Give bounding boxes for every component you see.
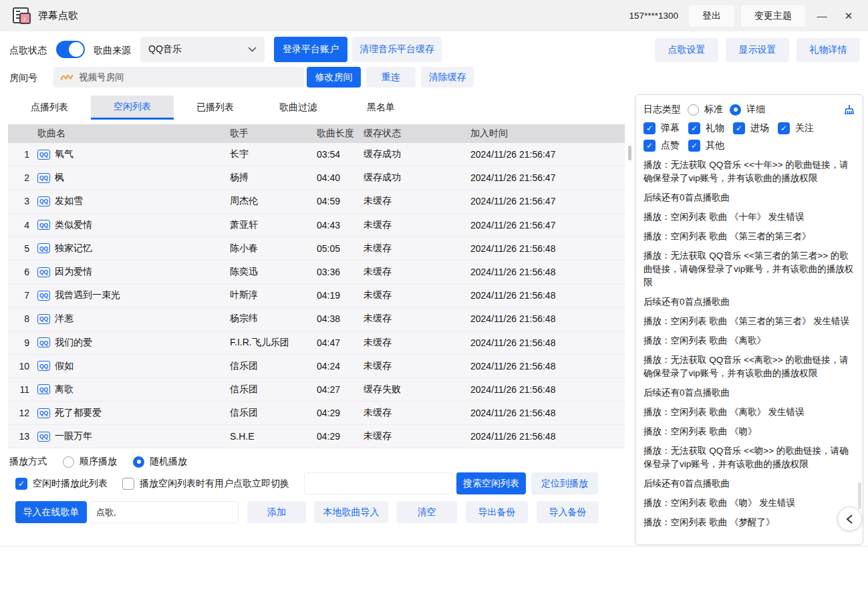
- titlebar: ♪ 弹幕点歌 157****1300 登出 变更主题 — ✕: [0, 0, 868, 31]
- log-filter-checkbox[interactable]: ✓关注: [778, 122, 814, 134]
- log-entry: 播放：空闲列表 歌曲 《离歌》: [643, 334, 855, 347]
- row-index: 9: [8, 337, 37, 348]
- log-filter-checkbox[interactable]: ✓点赞: [643, 140, 680, 152]
- column-header: 歌手: [226, 128, 313, 140]
- song-settings-button[interactable]: 点歌设置: [655, 38, 718, 62]
- table-row[interactable]: 12QQ死了都要爱信乐团04:29未缓存2024/11/26 21:56:48: [8, 402, 625, 425]
- radio-icon-selected[interactable]: [133, 456, 144, 468]
- svg-text:♪: ♪: [23, 15, 26, 23]
- log-filter-checkbox[interactable]: ✓弹幕: [643, 122, 680, 134]
- table-row[interactable]: 8QQ洋葱杨宗纬04:38未缓存2024/11/26 21:56:48: [8, 307, 625, 331]
- checkbox-icon[interactable]: ✓: [643, 140, 656, 152]
- locate-playing-button[interactable]: 定位到播放: [531, 472, 598, 494]
- checkbox-icon[interactable]: ✓: [733, 122, 745, 134]
- radio-random[interactable]: 随机播放: [133, 456, 187, 468]
- clear-cache-button[interactable]: 清除缓存: [421, 67, 474, 88]
- table-row[interactable]: 7QQ我曾遇到一束光叶斯淳04:19未缓存2024/11/26 21:56:48: [8, 284, 625, 307]
- radio-log-detailed[interactable]: 详细: [730, 104, 765, 116]
- qq-music-icon: QQ: [37, 243, 50, 253]
- song-duration: 04:59: [313, 196, 359, 206]
- song-name-cell: QQ独家记忆: [37, 243, 226, 255]
- song-request-toggle[interactable]: [56, 41, 85, 58]
- tab-idle-list[interactable]: 空闲列表: [91, 96, 174, 120]
- idle-play-checkbox[interactable]: ✓ 空闲时播放此列表: [15, 478, 108, 490]
- import-online-playlist-button[interactable]: 导入在线歌单: [15, 501, 87, 523]
- song-artist: 陈奕迅: [226, 266, 313, 278]
- table-row[interactable]: 13QQ一眼万年S.H.E04:29未缓存2024/11/26 21:56:48: [8, 425, 625, 448]
- music-source-value: QQ音乐: [148, 43, 182, 55]
- idle-search-input[interactable]: [304, 472, 452, 494]
- log-filter-checkbox[interactable]: ✓礼物: [688, 122, 724, 134]
- added-time: 2024/11/26 21:56:47: [466, 149, 625, 160]
- room-input[interactable]: 视频号房间: [53, 67, 304, 88]
- radio-sequential[interactable]: 顺序播放: [63, 456, 117, 468]
- table-row[interactable]: 9QQ我们的爱F.I.R.飞儿乐团04:47未缓存2024/11/26 21:5…: [8, 331, 625, 355]
- radio-icon[interactable]: [63, 456, 74, 468]
- tab-blacklist[interactable]: 黑名单: [339, 96, 422, 120]
- table-row[interactable]: 4QQ类似爱情萧亚轩04:43未缓存2024/11/26 21:56:47: [8, 214, 625, 237]
- log-filter-checkbox[interactable]: ✓进场: [733, 122, 769, 134]
- reconnect-button[interactable]: 重连: [366, 67, 416, 88]
- minimize-button[interactable]: —: [812, 6, 832, 26]
- switch-on-request-checkbox[interactable]: 播放空闲列表时有用户点歌立即切换: [122, 478, 289, 490]
- login-platform-button[interactable]: 登录平台账户: [274, 37, 347, 62]
- song-duration: 04:43: [313, 220, 359, 231]
- collapse-panel-button[interactable]: [837, 506, 862, 531]
- music-source-select[interactable]: QQ音乐: [140, 37, 265, 62]
- table-row[interactable]: 11QQ离歌信乐团04:27缓存失败2024/11/26 21:56:48: [8, 378, 625, 402]
- song-artist: 长宇: [226, 148, 313, 160]
- modify-room-button[interactable]: 修改房间: [307, 67, 361, 88]
- cache-status: 缓存成功: [359, 148, 466, 160]
- export-backup-button[interactable]: 导出备份: [466, 501, 528, 523]
- add-button[interactable]: 添加: [247, 501, 306, 523]
- added-time: 2024/11/26 21:56:47: [466, 196, 625, 206]
- table-row[interactable]: 3QQ发如雪周杰伦04:59未缓存2024/11/26 21:56:47: [8, 190, 625, 213]
- checkbox-icon[interactable]: [122, 478, 134, 490]
- clean-music-cache-button[interactable]: 清理音乐平台缓存: [352, 37, 442, 62]
- radio-icon[interactable]: [688, 104, 699, 116]
- table-row[interactable]: 10QQ假如信乐团04:24未缓存2024/11/26 21:56:48: [8, 355, 625, 378]
- tab-request-list[interactable]: 点播列表: [8, 96, 91, 120]
- local-import-button[interactable]: 本地歌曲导入: [314, 501, 388, 523]
- radio-log-standard[interactable]: 标准: [688, 104, 723, 116]
- table-row[interactable]: 6QQ因为爱情陈奕迅03:36未缓存2024/11/26 21:56:48: [8, 261, 625, 284]
- song-name: 我们的爱: [55, 337, 92, 349]
- chevron-left-icon: [846, 514, 853, 525]
- checkbox-icon[interactable]: ✓: [15, 478, 27, 490]
- checkbox-icon[interactable]: ✓: [688, 122, 700, 134]
- tab-played-list[interactable]: 已播列表: [174, 96, 257, 120]
- tab-song-filter[interactable]: 歌曲过滤: [257, 96, 339, 120]
- table-row[interactable]: 5QQ独家记忆陈小春05:05未缓存2024/11/26 21:56:48: [8, 237, 625, 261]
- import-backup-button[interactable]: 导入备份: [537, 501, 599, 523]
- qq-music-icon: QQ: [37, 220, 50, 230]
- cache-status: 缓存成功: [359, 172, 466, 184]
- checkbox-icon[interactable]: ✓: [643, 122, 656, 134]
- log-entry: 播放：无法获取 QQ音乐 <<离歌>> 的歌曲链接，请确保登录了vip账号，并有…: [643, 353, 855, 380]
- log-scrollbar-thumb[interactable]: [858, 482, 861, 509]
- added-time: 2024/11/26 21:56:48: [466, 267, 625, 277]
- clear-list-button[interactable]: 清空: [396, 501, 457, 523]
- table-row[interactable]: 2QQ枫杨搏04:40缓存成功2024/11/26 21:56:47: [8, 166, 625, 190]
- row-index: 7: [8, 290, 37, 301]
- change-theme-button[interactable]: 变更主题: [741, 5, 805, 27]
- row-index: 11: [8, 384, 37, 395]
- checkbox-icon[interactable]: ✓: [778, 122, 790, 134]
- row-index: 8: [8, 313, 37, 324]
- import-keyword-input[interactable]: 点歌,: [89, 501, 239, 523]
- table-row[interactable]: 1QQ氧气长宇03:54缓存成功2024/11/26 21:56:47: [8, 143, 625, 166]
- logout-button[interactable]: 登出: [689, 5, 734, 27]
- song-duration: 04:27: [313, 384, 359, 395]
- close-button[interactable]: ✕: [839, 6, 859, 26]
- song-duration: 04:38: [313, 313, 359, 324]
- song-artist: 叶斯淳: [226, 289, 313, 301]
- log-filter-checkbox[interactable]: ✓其他: [688, 140, 724, 152]
- gift-details-button[interactable]: 礼物详情: [797, 38, 860, 62]
- table-scrollbar-thumb[interactable]: [628, 146, 631, 160]
- checkbox-icon[interactable]: ✓: [688, 140, 700, 152]
- display-settings-button[interactable]: 显示设置: [726, 38, 789, 62]
- clear-log-icon[interactable]: [843, 104, 855, 116]
- search-idle-list-button[interactable]: 搜索空闲列表: [456, 472, 526, 494]
- cache-status: 未缓存: [359, 430, 466, 442]
- radio-icon-selected[interactable]: [730, 104, 741, 116]
- added-time: 2024/11/26 21:56:47: [466, 172, 625, 183]
